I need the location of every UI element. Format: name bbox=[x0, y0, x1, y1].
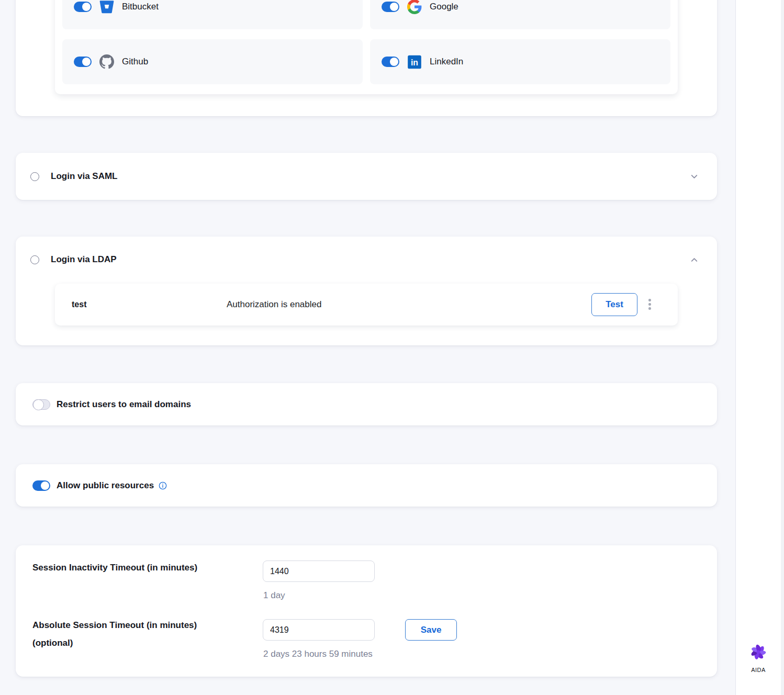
session-timeout-card: Session Inactivity Timeout (in minutes) … bbox=[16, 545, 717, 677]
google-icon bbox=[407, 0, 422, 14]
scrollbar-track[interactable] bbox=[781, 0, 784, 695]
inactivity-timeout-input[interactable] bbox=[263, 561, 375, 582]
aida-logo-icon[interactable] bbox=[749, 643, 767, 663]
ldap-section-title: Login via LDAP bbox=[51, 254, 117, 265]
linkedin-icon: in bbox=[407, 54, 422, 69]
ldap-section-card: Login via LDAP test Authorization is ena… bbox=[16, 237, 717, 345]
right-side-panel: AIDA bbox=[735, 0, 784, 695]
svg-text:in: in bbox=[411, 58, 418, 66]
ldap-connection-name: test bbox=[72, 300, 86, 309]
bitbucket-toggle[interactable] bbox=[74, 2, 92, 12]
provider-tile-github: Github bbox=[62, 39, 363, 84]
ldap-connection-status: Authorization is enabled bbox=[227, 299, 321, 310]
absolute-timeout-input[interactable] bbox=[263, 619, 375, 641]
provider-label: Bitbucket bbox=[122, 2, 159, 12]
absolute-timeout-helper: 2 days 23 hours 59 minutes bbox=[263, 649, 373, 659]
info-icon[interactable] bbox=[159, 481, 167, 490]
linkedin-toggle[interactable] bbox=[382, 57, 399, 67]
bitbucket-icon bbox=[99, 0, 114, 14]
restrict-domains-card: Restrict users to email domains bbox=[16, 383, 717, 425]
saml-section-title: Login via SAML bbox=[51, 171, 118, 182]
chevron-down-icon[interactable] bbox=[689, 172, 699, 182]
saml-radio[interactable] bbox=[30, 172, 39, 181]
saml-section-card: Login via SAML bbox=[16, 153, 717, 200]
absolute-timeout-label: Absolute Session Timeout (in minutes) (o… bbox=[32, 616, 239, 652]
provider-label: Github bbox=[122, 57, 148, 67]
test-button[interactable]: Test bbox=[591, 293, 637, 316]
public-resources-toggle[interactable] bbox=[32, 480, 50, 491]
provider-tile-bitbucket: Bitbucket bbox=[62, 0, 363, 29]
kebab-menu-icon[interactable] bbox=[647, 298, 652, 311]
providers-grid: Bitbucket Google Github bbox=[55, 0, 678, 94]
provider-label: LinkedIn bbox=[430, 57, 463, 67]
aida-widget[interactable]: AIDA bbox=[736, 643, 781, 673]
public-resources-card: Allow public resources bbox=[16, 464, 717, 507]
github-toggle[interactable] bbox=[74, 57, 92, 67]
ldap-connection-row: test Authorization is enabled Test bbox=[55, 284, 678, 326]
provider-tile-linkedin: in LinkedIn bbox=[370, 39, 670, 84]
inactivity-timeout-label: Session Inactivity Timeout (in minutes) bbox=[32, 559, 197, 577]
restrict-domains-toggle[interactable] bbox=[32, 399, 50, 410]
github-icon bbox=[99, 54, 114, 69]
restrict-domains-label: Restrict users to email domains bbox=[57, 399, 191, 410]
ldap-radio[interactable] bbox=[30, 255, 39, 264]
public-resources-label: Allow public resources bbox=[57, 480, 154, 491]
login-providers-card: Bitbucket Google Github bbox=[16, 0, 717, 116]
inactivity-timeout-helper: 1 day bbox=[263, 590, 285, 601]
provider-label: Google bbox=[430, 2, 458, 12]
chevron-up-icon[interactable] bbox=[689, 255, 699, 265]
google-toggle[interactable] bbox=[382, 2, 399, 12]
save-button[interactable]: Save bbox=[405, 619, 457, 641]
provider-tile-google: Google bbox=[370, 0, 670, 29]
aida-label: AIDA bbox=[751, 667, 765, 673]
